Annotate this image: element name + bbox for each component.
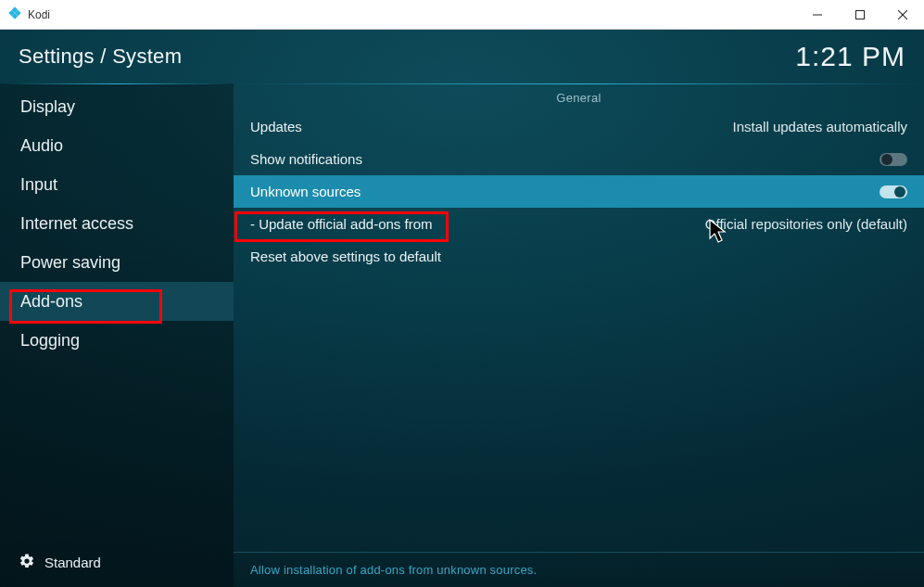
close-button[interactable] xyxy=(881,0,924,30)
sidebar-item-display[interactable]: Display xyxy=(0,87,234,126)
setting-row-reset-above-settings-to-default[interactable]: Reset above settings to default xyxy=(234,240,924,273)
window-titlebar: Kodi xyxy=(0,0,924,30)
sidebar-item-label: Power saving xyxy=(20,253,120,273)
sidebar-item-label: Display xyxy=(20,97,75,117)
toggle-switch[interactable] xyxy=(880,153,907,166)
app-header: Settings / System 1:21 PM xyxy=(0,30,924,83)
sidebar-item-label: Internet access xyxy=(20,214,133,234)
help-text: Allow installation of add-ons from unkno… xyxy=(234,552,924,587)
sidebar-item-add-ons[interactable]: Add-ons xyxy=(0,282,234,321)
maximize-button[interactable] xyxy=(839,0,881,30)
setting-value: Official repositories only (default) xyxy=(705,216,907,232)
sidebar-item-logging[interactable]: Logging xyxy=(0,321,234,360)
window-controls xyxy=(796,0,924,29)
svg-rect-5 xyxy=(856,11,865,19)
setting-row-updates[interactable]: UpdatesInstall updates automatically xyxy=(234,110,924,143)
setting-row-show-notifications[interactable]: Show notifications xyxy=(234,143,924,175)
settings-level-button[interactable]: Standard xyxy=(0,542,234,587)
section-header-general: General xyxy=(234,83,924,110)
kodi-logo-icon xyxy=(7,6,22,24)
sidebar-item-label: Input xyxy=(20,175,57,195)
sidebar-item-audio[interactable]: Audio xyxy=(0,126,234,165)
sidebar-item-input[interactable]: Input xyxy=(0,165,234,204)
toggle-switch[interactable] xyxy=(880,185,907,198)
setting-label: Reset above settings to default xyxy=(250,249,441,264)
setting-label: Updates xyxy=(250,119,302,134)
setting-row-update-official-add-ons-from[interactable]: Update official add-ons fromOfficial rep… xyxy=(234,208,924,240)
setting-label: Update official add-ons from xyxy=(250,216,433,232)
setting-label: Unknown sources xyxy=(250,184,361,199)
clock: 1:21 PM xyxy=(795,41,905,72)
settings-level-label: Standard xyxy=(44,555,101,570)
window-title: Kodi xyxy=(28,8,50,21)
sidebar-item-label: Logging xyxy=(20,331,80,351)
settings-sidebar: DisplayAudioInputInternet accessPower sa… xyxy=(0,83,234,587)
kodi-app: Settings / System 1:21 PM DisplayAudioIn… xyxy=(0,30,924,587)
sidebar-item-label: Add-ons xyxy=(20,292,82,312)
setting-value: Install updates automatically xyxy=(733,119,907,134)
settings-content: General UpdatesInstall updates automatic… xyxy=(234,83,924,587)
setting-row-unknown-sources[interactable]: Unknown sources xyxy=(234,175,924,208)
sidebar-item-internet-access[interactable]: Internet access xyxy=(0,204,234,243)
minimize-button[interactable] xyxy=(796,0,839,30)
sidebar-item-label: Audio xyxy=(20,136,63,156)
setting-label: Show notifications xyxy=(250,151,362,167)
breadcrumb: Settings / System xyxy=(19,45,182,69)
sidebar-item-power-saving[interactable]: Power saving xyxy=(0,243,234,282)
gear-icon xyxy=(19,553,35,572)
